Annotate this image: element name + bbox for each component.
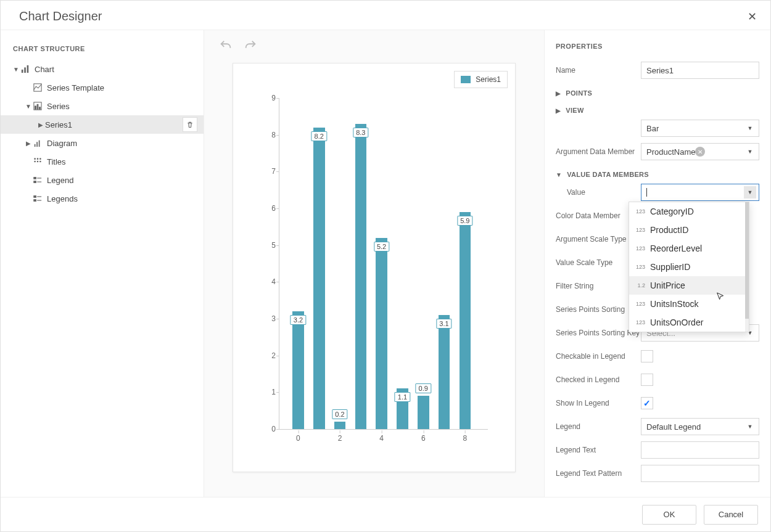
value-dropdown[interactable]: 123CategoryID123ProductID123ReorderLevel… [629,202,749,332]
field-type-icon: 123 [635,301,645,307]
x-tick: 2 [338,434,342,443]
bar: 5.9 [460,212,471,429]
bar-value-label: 0.2 [332,409,347,419]
bar: 0.9 [418,396,429,429]
y-tick: 4 [262,277,276,286]
tree-item-titles[interactable]: Titles [1,152,204,171]
dropdown-item-supplierid[interactable]: 123SupplierID [629,258,749,276]
y-tick: 1 [262,388,276,396]
tree-item-series[interactable]: ▼Series [1,97,204,115]
field-type-icon: 123 [635,208,645,215]
svg-point-11 [34,158,36,160]
tree-item-label: Series1 [45,120,183,129]
legend-select[interactable]: Default Legend ▼ [641,418,759,435]
dropdown-item-label: ProductID [650,225,688,235]
ok-button[interactable]: OK [642,505,696,525]
view-type-select[interactable]: Bar ▼ [641,120,759,137]
close-icon[interactable]: ✕ [748,10,757,23]
y-tick: 8 [262,131,276,139]
section-value-data-members[interactable]: ▼ VALUE DATA MEMBERS [556,163,759,181]
bar-value-label: 3.2 [291,315,306,325]
svg-rect-2 [27,65,29,73]
tree-item-diagram[interactable]: ▶Diagram [1,134,204,152]
bar-value-label: 3.1 [436,319,451,329]
show-in-legend-checkbox[interactable] [641,397,653,409]
chevron-right-icon[interactable]: ▶ [36,121,45,128]
redo-button[interactable] [244,39,257,54]
dropdown-item-unitsinstock[interactable]: 123UnitsInStock [629,295,749,313]
clear-icon[interactable]: ✕ [695,147,705,157]
argument-data-member-select[interactable]: ProductName ✕ ▼ [641,143,759,160]
sidebar-title: CHART STRUCTURE [1,38,204,60]
tree-item-legends[interactable]: Legends [1,189,204,208]
dropdown-item-unitprice[interactable]: 1.2UnitPrice [629,276,749,295]
dropdown-item-label: UnitsOnOrder [650,317,703,327]
bar: 0.2 [334,422,346,429]
svg-rect-8 [35,144,36,147]
svg-rect-10 [39,141,40,147]
chevron-down-icon[interactable]: ▼ [24,103,33,110]
chevron-right-icon: ▶ [556,107,561,114]
field-type-icon: 123 [635,264,645,270]
prop-name-label: Name [556,66,641,75]
chart-structure-panel: CHART STRUCTURE ▼ChartSeries Template▼Se… [1,30,204,497]
section-points[interactable]: ▶ POINTS [556,82,759,99]
tree-item-series1[interactable]: ▶Series1 [1,115,204,134]
dropdown-item-reorderlevel[interactable]: 123ReorderLevel [629,239,749,258]
tree-item-label: Series [47,102,197,111]
series-icon [33,101,43,111]
bar-value-label: 8.3 [353,128,368,137]
cancel-button[interactable]: Cancel [704,505,758,525]
x-tick: 8 [463,434,467,443]
chart-legend: Series1 [454,71,508,88]
legend-text-input[interactable] [641,441,759,459]
delete-button[interactable] [183,117,197,132]
section-view[interactable]: ▶ VIEW [556,99,759,117]
svg-rect-7 [39,107,41,110]
chevron-right-icon[interactable]: ▶ [24,140,33,147]
x-tick: 6 [421,434,426,443]
field-type-icon: 123 [635,245,645,252]
tree-item-label: Chart [35,65,197,74]
legend-icon [33,175,43,185]
checkable-in-legend-label: Checkable in Legend [556,352,641,361]
dropdown-item-productid[interactable]: 123ProductID [629,221,749,239]
svg-point-12 [37,158,39,160]
tree-item-chart[interactable]: ▼Chart [1,60,204,78]
field-type-icon: 123 [635,227,645,233]
x-tick: 4 [379,434,384,443]
tree-item-series-template[interactable]: Series Template [1,78,204,97]
chevron-down-icon[interactable]: ▼ [12,66,20,73]
prop-name-input[interactable] [641,62,759,79]
svg-rect-19 [34,181,36,183]
checked-in-legend-label: Checked in Legend [556,375,641,384]
chevron-down-icon: ▼ [744,186,756,198]
svg-rect-23 [34,200,36,202]
checkable-in-legend-checkbox[interactable] [641,350,653,362]
value-label: Value [567,188,641,197]
argument-data-member-label: Argument Data Member [556,147,641,156]
undo-button[interactable] [219,39,233,54]
chevron-down-icon: ▼ [744,145,756,158]
value-select[interactable]: ▼ [641,184,759,201]
dropdown-item-label: UnitPrice [650,280,685,290]
y-tick: 0 [262,425,276,433]
y-tick: 9 [262,94,276,102]
chevron-right-icon: ▶ [556,90,561,97]
field-type-icon: 1.2 [635,282,645,289]
chart-preview: Series1 01234567893.28.20.28.35.21.10.93… [233,63,516,472]
y-tick: 2 [262,351,276,360]
checked-in-legend-checkbox[interactable] [641,374,653,386]
text-cursor-icon [646,188,647,197]
legend-swatch [461,76,471,83]
show-in-legend-label: Show In Legend [556,399,641,407]
dropdown-item-categoryid[interactable]: 123CategoryID [629,202,749,221]
legend-text-pattern-input[interactable] [641,465,759,482]
field-type-icon: 123 [635,319,645,325]
y-tick: 6 [262,204,276,213]
dropdown-item-unitsonorder[interactable]: 123UnitsOnOrder [629,313,749,332]
tree-item-label: Diagram [47,139,197,148]
tree-item-legend[interactable]: Legend [1,171,204,189]
bar-value-label: 8.2 [311,131,327,141]
svg-point-14 [34,161,36,163]
